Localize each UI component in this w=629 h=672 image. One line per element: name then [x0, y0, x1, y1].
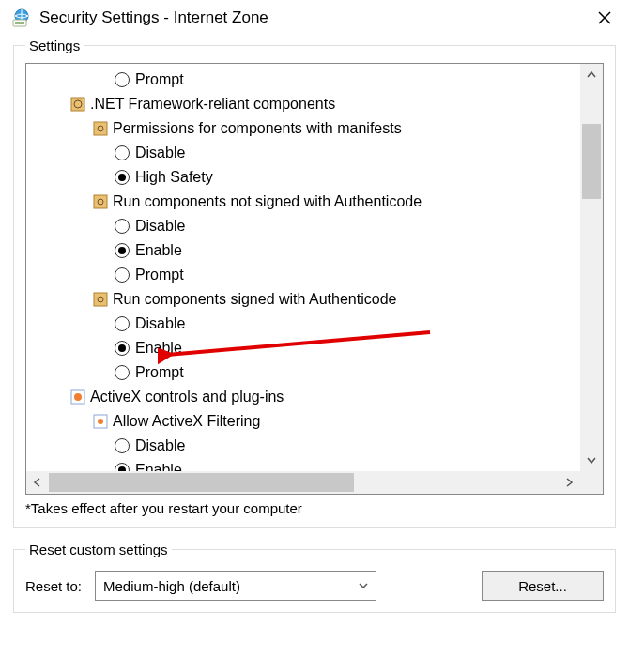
close-button[interactable]	[593, 10, 616, 25]
radio-icon	[115, 72, 130, 87]
subcategory-label: Permissions for components with manifest…	[113, 120, 402, 137]
scroll-thumb[interactable]	[582, 124, 601, 199]
scrollbar-corner	[580, 471, 603, 494]
option-disable[interactable]: Disable	[26, 141, 580, 165]
svg-point-13	[74, 393, 82, 401]
radio-icon	[115, 463, 130, 471]
select-value: Medium-high (default)	[103, 578, 240, 594]
reset-label: Reset to:	[25, 578, 82, 594]
option-label: Disable	[135, 437, 185, 454]
settings-legend: Settings	[25, 38, 84, 53]
option-label: Prompt	[135, 364, 184, 381]
option-high-safety[interactable]: High Safety	[26, 165, 580, 190]
subcat-permissions-manifests: Permissions for components with manifest…	[26, 116, 580, 141]
radio-icon	[115, 438, 130, 453]
scroll-up-icon[interactable]	[580, 64, 603, 86]
option-enable[interactable]: Enable	[26, 458, 580, 471]
subcat-run-signed: Run components signed with Authenticode	[26, 287, 580, 312]
category-label: .NET Framework-reliant components	[90, 96, 335, 113]
activex-icon	[69, 389, 86, 405]
subcategory-label: Run components signed with Authenticode	[113, 291, 396, 308]
radio-icon	[115, 316, 130, 331]
gear-icon	[92, 193, 109, 210]
option-disable[interactable]: Disable	[26, 214, 580, 238]
option-label: Prompt	[135, 71, 184, 88]
reset-legend: Reset custom settings	[25, 542, 172, 557]
chevron-down-icon	[359, 581, 368, 590]
settings-group: Settings Prompt .NET Framework-reliant c…	[13, 38, 616, 528]
svg-rect-8	[94, 195, 107, 208]
svg-rect-10	[94, 293, 107, 306]
option-label: Prompt	[135, 267, 184, 283]
radio-icon	[115, 170, 130, 185]
option-label: Enable	[135, 340, 182, 357]
gear-icon	[92, 291, 109, 308]
option-label: Disable	[135, 218, 185, 235]
app-icon	[11, 8, 32, 28]
scroll-track[interactable]	[49, 471, 558, 494]
restart-note: *Takes effect after you restart your com…	[25, 500, 604, 516]
reset-level-select[interactable]: Medium-high (default)	[95, 571, 376, 601]
option-enable[interactable]: Enable	[26, 336, 580, 360]
category-activex: ActiveX controls and plug-ins	[26, 385, 580, 409]
vertical-scrollbar[interactable]	[580, 64, 603, 471]
svg-rect-2	[15, 22, 24, 23]
option-label: Disable	[135, 315, 185, 332]
option-prompt[interactable]: Prompt	[26, 68, 580, 92]
scroll-track[interactable]	[580, 86, 603, 449]
option-enable[interactable]: Enable	[26, 238, 580, 263]
option-prompt[interactable]: Prompt	[26, 360, 580, 385]
category-label: ActiveX controls and plug-ins	[90, 389, 284, 405]
scroll-left-icon[interactable]	[26, 471, 49, 494]
svg-rect-3	[15, 23, 24, 24]
settings-tree: Prompt .NET Framework-reliant components…	[25, 63, 604, 495]
titlebar: Security Settings - Internet Zone	[0, 0, 629, 38]
option-label: Enable	[135, 462, 182, 471]
scroll-down-icon[interactable]	[580, 449, 603, 471]
radio-icon	[115, 341, 130, 356]
reset-group: Reset custom settings Reset to: Medium-h…	[13, 542, 616, 613]
tree-content: Prompt .NET Framework-reliant components…	[26, 64, 580, 471]
subcat-run-unsigned: Run components not signed with Authentic…	[26, 190, 580, 214]
subcat-activex-filtering: Allow ActiveX Filtering	[26, 409, 580, 434]
activex-icon	[92, 413, 109, 430]
gear-icon	[69, 96, 86, 113]
category-net-framework: .NET Framework-reliant components	[26, 92, 580, 116]
option-label: Disable	[135, 145, 185, 161]
subcategory-label: Allow ActiveX Filtering	[113, 413, 260, 430]
window-title: Security Settings - Internet Zone	[39, 8, 268, 27]
option-disable[interactable]: Disable	[26, 434, 580, 458]
horizontal-scrollbar[interactable]	[26, 471, 580, 494]
option-label: Enable	[135, 242, 182, 259]
svg-rect-1	[13, 20, 26, 26]
gear-icon	[92, 120, 109, 137]
radio-icon	[115, 243, 130, 258]
radio-icon	[115, 219, 130, 234]
radio-icon	[115, 267, 130, 283]
svg-rect-6	[94, 122, 107, 135]
option-disable[interactable]: Disable	[26, 312, 580, 336]
svg-point-15	[98, 419, 103, 424]
scroll-right-icon[interactable]	[558, 471, 580, 494]
scroll-thumb[interactable]	[49, 473, 354, 492]
radio-icon	[115, 145, 130, 160]
radio-icon	[115, 365, 130, 380]
option-prompt[interactable]: Prompt	[26, 263, 580, 287]
reset-button[interactable]: Reset...	[482, 571, 604, 601]
svg-rect-4	[71, 98, 84, 111]
option-label: High Safety	[135, 169, 213, 186]
button-label: Reset...	[518, 578, 567, 594]
subcategory-label: Run components not signed with Authentic…	[113, 193, 422, 210]
